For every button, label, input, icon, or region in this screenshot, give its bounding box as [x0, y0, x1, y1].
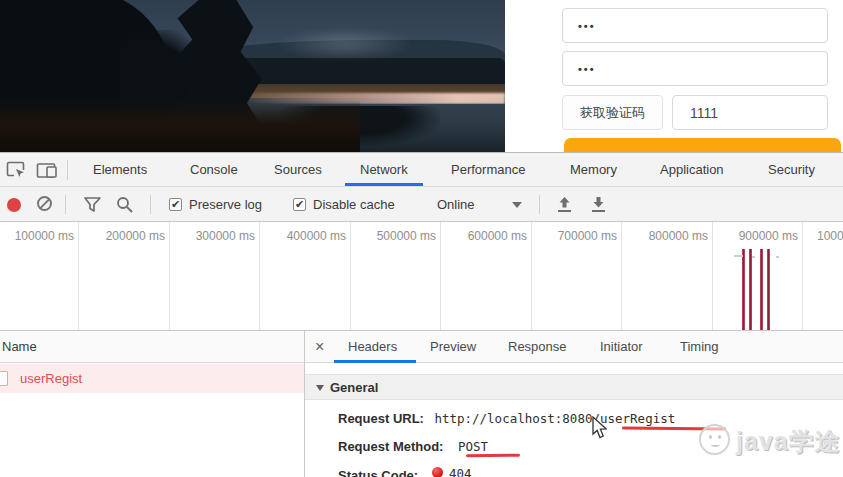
- status-code-value: 404: [449, 466, 472, 477]
- request-url-label: Request URL:: [338, 411, 424, 426]
- document-icon: [0, 371, 8, 386]
- tab-network[interactable]: Network: [360, 153, 408, 186]
- devtools-tab-bar: Elements Console Sources Network Perform…: [0, 153, 843, 187]
- filter-icon[interactable]: [84, 197, 102, 212]
- request-activity-bar: [767, 249, 770, 330]
- network-overview-timeline[interactable]: 100000 ms 200000 ms 300000 ms 400000 ms …: [0, 222, 843, 330]
- request-method-value: POST: [458, 439, 488, 454]
- tab-preview[interactable]: Preview: [430, 331, 476, 363]
- status-error-dot-icon: [432, 467, 443, 477]
- watermark-text: java学途: [736, 425, 841, 458]
- tick-1000000ms-partial: 1000: [817, 229, 843, 243]
- tab-elements[interactable]: Elements: [93, 153, 147, 186]
- request-name: userRegist: [20, 364, 82, 393]
- request-method-label: Request Method:: [338, 439, 443, 454]
- record-button[interactable]: [7, 198, 21, 212]
- clear-icon[interactable]: [37, 196, 52, 211]
- tick-700000ms: 700000 ms: [541, 229, 617, 243]
- preserve-log-checkbox[interactable]: [169, 198, 182, 211]
- tab-memory[interactable]: Memory: [570, 153, 617, 186]
- tick-300000ms: 300000 ms: [179, 229, 255, 243]
- tab-performance[interactable]: Performance: [451, 153, 525, 186]
- submit-button[interactable]: [564, 138, 841, 152]
- collapse-triangle-icon: [316, 385, 324, 391]
- name-column-header[interactable]: Name: [0, 331, 304, 363]
- device-toolbar-icon[interactable]: [36, 160, 59, 180]
- tick-900000ms: 900000 ms: [722, 229, 798, 243]
- tab-sources[interactable]: Sources: [274, 153, 322, 186]
- red-underline-annotation: [466, 454, 520, 458]
- inspect-element-icon[interactable]: [6, 160, 26, 180]
- close-icon[interactable]: ×: [315, 331, 324, 363]
- hero-landscape-image: [0, 0, 505, 152]
- tick-200000ms: 200000 ms: [89, 229, 165, 243]
- tick-100000ms: 100000 ms: [0, 229, 74, 243]
- tick-600000ms: 600000 ms: [451, 229, 527, 243]
- tick-800000ms: 800000 ms: [632, 229, 708, 243]
- network-bottom-panel: Name userRegist × Headers Preview Respon…: [0, 330, 843, 477]
- general-section-header[interactable]: General: [305, 374, 843, 400]
- tab-headers[interactable]: Headers: [348, 331, 397, 363]
- chevron-down-icon[interactable]: [512, 202, 522, 208]
- screenshot-root: 获取验证码 Elements Console Sources Network P…: [0, 0, 843, 477]
- get-captcha-button[interactable]: 获取验证码: [562, 95, 663, 130]
- request-url-row: Request URL: http://localhost:8080/userR…: [338, 409, 675, 427]
- disable-cache-label: Disable cache: [313, 187, 395, 222]
- request-method-row: Request Method: POST: [338, 437, 488, 455]
- captcha-input[interactable]: [672, 95, 828, 130]
- export-har-icon[interactable]: [590, 196, 607, 213]
- request-activity-bar: [760, 249, 763, 330]
- tab-initiator[interactable]: Initiator: [600, 331, 643, 363]
- tab-timing[interactable]: Timing: [680, 331, 719, 363]
- status-code-label: Status Code:: [338, 468, 418, 477]
- status-code-row: Status Code:: [338, 466, 418, 477]
- search-icon[interactable]: [116, 196, 134, 214]
- watermark-logo-icon: [699, 424, 730, 455]
- tab-security[interactable]: Security: [768, 153, 815, 186]
- tick-400000ms: 400000 ms: [270, 229, 346, 243]
- active-tab-indicator: [345, 183, 423, 186]
- request-row-userregist[interactable]: userRegist: [0, 364, 304, 393]
- throttling-select[interactable]: Online: [437, 187, 475, 222]
- tick-500000ms: 500000 ms: [360, 229, 436, 243]
- requests-panel: Name userRegist: [0, 331, 305, 477]
- details-tab-bar: × Headers Preview Response Initiator Tim…: [305, 331, 843, 363]
- network-toolbar: Preserve log Disable cache Online: [0, 187, 843, 222]
- active-details-tab-indicator: [334, 360, 416, 363]
- password-input[interactable]: [562, 8, 828, 43]
- import-har-icon[interactable]: [556, 196, 573, 213]
- request-url-value: http://localhost:8080/userRegist: [434, 411, 675, 426]
- preserve-log-label: Preserve log: [189, 187, 262, 222]
- request-activity-bar: [742, 249, 745, 330]
- tab-console[interactable]: Console: [190, 153, 238, 186]
- tab-application[interactable]: Application: [660, 153, 724, 186]
- tab-response[interactable]: Response: [508, 331, 567, 363]
- mouse-cursor: [592, 416, 607, 439]
- request-activity-bar: [749, 249, 752, 330]
- disable-cache-checkbox[interactable]: [293, 198, 306, 211]
- confirm-password-input[interactable]: [562, 51, 828, 86]
- general-section-title: General: [330, 375, 378, 400]
